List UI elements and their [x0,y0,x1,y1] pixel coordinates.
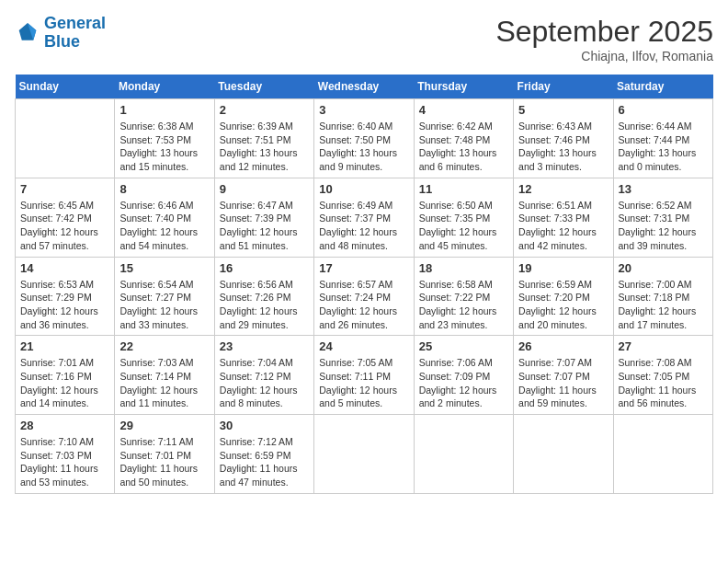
calendar-week-3: 14Sunrise: 6:53 AM Sunset: 7:29 PM Dayli… [16,257,713,336]
day-number: 6 [619,103,708,117]
day-info: Sunrise: 7:04 AM Sunset: 7:12 PM Dayligh… [220,356,309,410]
day-info: Sunrise: 6:38 AM Sunset: 7:53 PM Dayligh… [119,120,209,174]
day-info: Sunrise: 7:00 AM Sunset: 7:18 PM Dayligh… [619,278,708,332]
weekday-header-wednesday: Wednesday [314,75,414,99]
calendar-cell: 3Sunrise: 6:40 AM Sunset: 7:50 PM Daylig… [314,99,414,178]
day-info: Sunrise: 7:03 AM Sunset: 7:14 PM Dayligh… [119,356,209,410]
calendar-cell [314,415,414,494]
day-number: 28 [20,419,109,432]
day-info: Sunrise: 6:49 AM Sunset: 7:37 PM Dayligh… [319,199,408,253]
day-number: 9 [220,182,309,196]
calendar-cell: 18Sunrise: 6:58 AM Sunset: 7:22 PM Dayli… [414,257,513,336]
logo: General Blue [15,15,106,52]
day-number: 2 [220,103,309,117]
day-number: 12 [518,182,608,196]
calendar-cell: 20Sunrise: 7:00 AM Sunset: 7:18 PM Dayli… [613,257,712,336]
day-info: Sunrise: 7:11 AM Sunset: 7:01 PM Dayligh… [119,435,209,489]
calendar-cell [514,415,613,494]
day-info: Sunrise: 6:44 AM Sunset: 7:44 PM Dayligh… [619,120,708,174]
location-subtitle: Chiajna, Ilfov, Romania [495,49,713,63]
logo-icon [15,20,40,46]
calendar-week-2: 7Sunrise: 6:45 AM Sunset: 7:42 PM Daylig… [16,178,713,257]
day-number: 16 [220,261,309,275]
logo-blue: Blue [44,32,80,51]
day-info: Sunrise: 7:08 AM Sunset: 7:05 PM Dayligh… [619,356,708,410]
weekday-header-sunday: Sunday [16,75,115,99]
day-number: 22 [119,339,209,353]
day-number: 17 [319,261,408,275]
day-info: Sunrise: 6:50 AM Sunset: 7:35 PM Dayligh… [419,199,508,253]
day-number: 7 [20,182,109,196]
day-number: 20 [619,261,708,275]
day-number: 25 [419,339,508,353]
weekday-header-saturday: Saturday [613,75,712,99]
day-info: Sunrise: 6:43 AM Sunset: 7:46 PM Dayligh… [518,120,608,174]
day-number: 26 [518,339,608,353]
day-info: Sunrise: 6:57 AM Sunset: 7:24 PM Dayligh… [319,278,408,332]
day-info: Sunrise: 7:06 AM Sunset: 7:09 PM Dayligh… [419,356,508,410]
day-number: 29 [119,419,209,432]
page-header: General Blue September 2025 Chiajna, Ilf… [15,15,713,63]
day-number: 15 [119,261,209,275]
calendar-cell: 21Sunrise: 7:01 AM Sunset: 7:16 PM Dayli… [16,336,115,415]
calendar-cell: 2Sunrise: 6:39 AM Sunset: 7:51 PM Daylig… [214,99,313,178]
day-info: Sunrise: 6:54 AM Sunset: 7:27 PM Dayligh… [119,278,209,332]
calendar-cell: 16Sunrise: 6:56 AM Sunset: 7:26 PM Dayli… [214,257,313,336]
day-info: Sunrise: 6:40 AM Sunset: 7:50 PM Dayligh… [319,120,408,174]
weekday-header-thursday: Thursday [414,75,513,99]
calendar-cell: 13Sunrise: 6:52 AM Sunset: 7:31 PM Dayli… [613,178,712,257]
calendar-cell: 25Sunrise: 7:06 AM Sunset: 7:09 PM Dayli… [414,336,513,415]
weekday-header-row: SundayMondayTuesdayWednesdayThursdayFrid… [16,75,713,99]
day-number: 11 [419,182,508,196]
calendar-cell: 10Sunrise: 6:49 AM Sunset: 7:37 PM Dayli… [314,178,414,257]
calendar-cell: 26Sunrise: 7:07 AM Sunset: 7:07 PM Dayli… [514,336,613,415]
day-info: Sunrise: 7:01 AM Sunset: 7:16 PM Dayligh… [20,356,109,410]
calendar-week-4: 21Sunrise: 7:01 AM Sunset: 7:16 PM Dayli… [16,336,713,415]
calendar-week-5: 28Sunrise: 7:10 AM Sunset: 7:03 PM Dayli… [16,415,713,494]
day-number: 14 [20,261,109,275]
logo-text: General Blue [44,15,106,52]
day-number: 3 [319,103,408,117]
calendar-cell: 4Sunrise: 6:42 AM Sunset: 7:48 PM Daylig… [414,99,513,178]
day-info: Sunrise: 7:07 AM Sunset: 7:07 PM Dayligh… [518,356,608,410]
calendar-cell: 8Sunrise: 6:46 AM Sunset: 7:40 PM Daylig… [115,178,214,257]
day-number: 1 [119,103,209,117]
calendar-cell: 11Sunrise: 6:50 AM Sunset: 7:35 PM Dayli… [414,178,513,257]
day-info: Sunrise: 6:42 AM Sunset: 7:48 PM Dayligh… [419,120,508,174]
day-info: Sunrise: 6:39 AM Sunset: 7:51 PM Dayligh… [220,120,309,174]
calendar-cell: 6Sunrise: 6:44 AM Sunset: 7:44 PM Daylig… [613,99,712,178]
day-info: Sunrise: 6:58 AM Sunset: 7:22 PM Dayligh… [419,278,508,332]
day-info: Sunrise: 6:56 AM Sunset: 7:26 PM Dayligh… [220,278,309,332]
calendar-cell: 22Sunrise: 7:03 AM Sunset: 7:14 PM Dayli… [115,336,214,415]
day-info: Sunrise: 6:53 AM Sunset: 7:29 PM Dayligh… [20,278,109,332]
calendar-cell: 29Sunrise: 7:11 AM Sunset: 7:01 PM Dayli… [115,415,214,494]
calendar-cell [414,415,513,494]
calendar-cell: 14Sunrise: 6:53 AM Sunset: 7:29 PM Dayli… [16,257,115,336]
calendar-week-1: 1Sunrise: 6:38 AM Sunset: 7:53 PM Daylig… [16,99,713,178]
day-info: Sunrise: 7:12 AM Sunset: 6:59 PM Dayligh… [220,435,309,489]
calendar-cell: 27Sunrise: 7:08 AM Sunset: 7:05 PM Dayli… [613,336,712,415]
calendar-cell: 5Sunrise: 6:43 AM Sunset: 7:46 PM Daylig… [514,99,613,178]
day-number: 4 [419,103,508,117]
day-info: Sunrise: 6:45 AM Sunset: 7:42 PM Dayligh… [20,199,109,253]
calendar-cell [613,415,712,494]
calendar-cell: 30Sunrise: 7:12 AM Sunset: 6:59 PM Dayli… [214,415,313,494]
day-number: 10 [319,182,408,196]
day-number: 5 [518,103,608,117]
day-number: 8 [119,182,209,196]
calendar-cell: 15Sunrise: 6:54 AM Sunset: 7:27 PM Dayli… [115,257,214,336]
calendar-cell: 19Sunrise: 6:59 AM Sunset: 7:20 PM Dayli… [514,257,613,336]
day-info: Sunrise: 6:59 AM Sunset: 7:20 PM Dayligh… [518,278,608,332]
calendar-cell: 23Sunrise: 7:04 AM Sunset: 7:12 PM Dayli… [214,336,313,415]
day-info: Sunrise: 6:46 AM Sunset: 7:40 PM Dayligh… [119,199,209,253]
day-info: Sunrise: 7:10 AM Sunset: 7:03 PM Dayligh… [20,435,109,489]
calendar-cell: 1Sunrise: 6:38 AM Sunset: 7:53 PM Daylig… [115,99,214,178]
day-number: 21 [20,339,109,353]
day-info: Sunrise: 6:47 AM Sunset: 7:39 PM Dayligh… [220,199,309,253]
logo-general: General [44,14,106,32]
day-number: 18 [419,261,508,275]
weekday-header-monday: Monday [115,75,214,99]
calendar-cell [16,99,115,178]
day-number: 27 [619,339,708,353]
weekday-header-tuesday: Tuesday [214,75,313,99]
